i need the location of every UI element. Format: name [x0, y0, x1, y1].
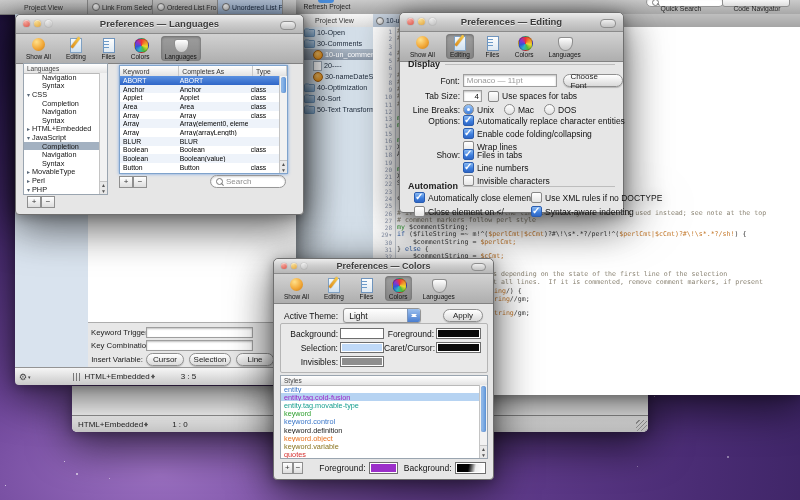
- minimize-button[interactable]: [418, 18, 425, 25]
- keyword-table-row[interactable]: ArrayArray(element0, eleme…: [120, 119, 280, 128]
- project-tree-item[interactable]: ▸40-Optimization: [296, 82, 373, 93]
- keyword-table-row[interactable]: AreaAreaclass: [120, 102, 280, 111]
- style-list-item[interactable]: keyword: [281, 410, 480, 418]
- checkbox[interactable]: [531, 206, 542, 217]
- toolbar-item-languages[interactable]: Languages: [545, 34, 585, 59]
- style-list-item[interactable]: keyword.definition: [281, 426, 480, 434]
- add-style-button[interactable]: +: [282, 462, 293, 474]
- remove-style-button[interactable]: −: [293, 462, 304, 474]
- remove-keyword-button[interactable]: −: [133, 176, 147, 188]
- tab-size-field[interactable]: 4: [463, 90, 482, 102]
- titlebar[interactable]: Preferences — Languages: [16, 15, 303, 34]
- background-swatch[interactable]: [340, 328, 384, 339]
- cursor-button[interactable]: Cursor: [146, 353, 184, 366]
- keyword-table-row[interactable]: BLURBLUR: [120, 137, 280, 146]
- scroll-arrows[interactable]: ▲▼: [280, 160, 287, 173]
- language-list-item[interactable]: Syntax: [24, 159, 100, 168]
- radio-button[interactable]: [504, 104, 515, 115]
- refresh-project-label[interactable]: Refresh Project: [298, 3, 356, 10]
- checkbox[interactable]: [463, 149, 474, 160]
- open-disclosure-icon[interactable]: ▾: [25, 186, 32, 193]
- language-popup[interactable]: HTML+Embedded: [78, 420, 143, 429]
- selection-button[interactable]: Selection: [189, 353, 231, 366]
- style-foreground-swatch[interactable]: [369, 462, 398, 474]
- close-button[interactable]: [281, 263, 287, 269]
- keyword-table-row[interactable]: ABORTABORT: [120, 76, 280, 85]
- keyword-table-row[interactable]: ArrayArrayclass: [120, 111, 280, 120]
- resize-grip[interactable]: [636, 420, 647, 431]
- toolbar-item-colors[interactable]: Colors: [385, 276, 412, 301]
- minimize-button[interactable]: [291, 263, 297, 269]
- toolbar-item-show-all[interactable]: Show All: [280, 276, 313, 301]
- style-list-item[interactable]: entity.tag.cold-fusion: [281, 393, 480, 401]
- tab-close-icon[interactable]: [222, 3, 230, 11]
- document-tab[interactable]: Unordered List F...: [218, 0, 283, 14]
- toolbar-item-files[interactable]: Files: [97, 36, 120, 61]
- styles-scrollbar[interactable]: ▲▼: [479, 385, 487, 458]
- line-button[interactable]: Line: [236, 353, 274, 366]
- checkbox-row[interactable]: Files in tabs: [463, 149, 550, 160]
- radio-button[interactable]: [544, 104, 555, 115]
- use-spaces-checkbox[interactable]: [488, 91, 499, 102]
- scroll-arrows[interactable]: ▲▼: [100, 181, 107, 194]
- style-background-swatch[interactable]: [455, 462, 486, 474]
- toolbar-item-colors[interactable]: Colors: [127, 36, 154, 61]
- theme-popup[interactable]: Light: [343, 308, 421, 323]
- document-tab[interactable]: Link From Selection: [88, 0, 153, 14]
- checkbox-row[interactable]: Enable code folding/collapsing: [463, 128, 625, 139]
- closed-disclosure-icon[interactable]: ▸: [25, 168, 32, 175]
- project-tree-item[interactable]: 20----: [296, 60, 373, 71]
- keyword-table-row[interactable]: AppletAppletclass: [120, 93, 280, 102]
- document-tab[interactable]: Ordered List Fro...: [153, 0, 218, 14]
- language-list-item[interactable]: ▸MovableType: [24, 168, 100, 177]
- toolbar-item-colors[interactable]: Colors: [511, 34, 538, 59]
- tab-close-icon[interactable]: [376, 17, 384, 25]
- column-header[interactable]: Completes As: [179, 66, 253, 76]
- column-header[interactable]: Type: [253, 66, 287, 76]
- radio-row[interactable]: DOS: [544, 104, 576, 115]
- spaces-checkbox-wrap[interactable]: Use spaces for tabs: [488, 91, 577, 102]
- remove-language-button[interactable]: −: [41, 196, 55, 208]
- language-list-item[interactable]: Navigation: [24, 107, 100, 116]
- closed-disclosure-icon[interactable]: ▸: [25, 177, 32, 184]
- language-list-item[interactable]: ▾CSS: [24, 90, 100, 99]
- language-popup[interactable]: HTML+Embedded: [85, 372, 150, 381]
- language-list-item[interactable]: Navigation: [24, 73, 100, 82]
- invisibles-swatch[interactable]: [340, 356, 384, 367]
- column-header[interactable]: Keyword: [120, 66, 179, 76]
- toolbar-item-files[interactable]: Files: [481, 34, 504, 59]
- project-tree-item[interactable]: ▸40-Sort: [296, 93, 373, 104]
- style-list-item[interactable]: entity.tag.movable-type: [281, 401, 480, 409]
- checkbox-row[interactable]: Close element on </: [414, 206, 531, 217]
- keyword-table-row[interactable]: AnchorAnchorclass: [120, 85, 280, 94]
- zoom-button[interactable]: [429, 18, 436, 25]
- titlebar[interactable]: Preferences — Editing: [400, 13, 623, 32]
- style-list-item[interactable]: keyword.object: [281, 434, 480, 442]
- toolbar-pill-button[interactable]: [280, 21, 296, 30]
- toolbar-item-show-all[interactable]: Show All: [406, 34, 439, 59]
- zoom-button[interactable]: [45, 20, 52, 27]
- toolbar-pill-button[interactable]: [600, 19, 616, 28]
- language-list-item[interactable]: Completion: [24, 99, 100, 108]
- project-tree-item[interactable]: ▾30-Comments: [296, 38, 373, 49]
- checkbox-row[interactable]: Automatically replace character entities: [463, 115, 625, 126]
- style-list-item[interactable]: keyword.variable: [281, 442, 480, 450]
- project-tree-item[interactable]: ▸10-Open: [296, 27, 373, 38]
- checkbox-row[interactable]: Use XML rules if no DOCTYPE: [531, 192, 662, 203]
- project-tree-item[interactable]: 30-nameDateStr: [296, 71, 373, 82]
- checkbox[interactable]: [531, 192, 542, 203]
- split-view-icon[interactable]: [73, 373, 80, 381]
- checkbox-row[interactable]: Syntax-aware indenting: [531, 206, 662, 217]
- language-list-item[interactable]: ▸HTML+Embedded: [24, 125, 100, 134]
- foreground-swatch[interactable]: [436, 328, 481, 339]
- style-list-item[interactable]: keyword.control: [281, 418, 480, 426]
- scroll-thumb[interactable]: [481, 386, 486, 432]
- checkbox[interactable]: [463, 128, 474, 139]
- gear-menu-icon[interactable]: ⚙▾: [19, 372, 31, 382]
- closed-disclosure-icon[interactable]: ▸: [25, 125, 32, 132]
- toolbar-item-show-all[interactable]: Show All: [22, 36, 55, 61]
- language-list-item[interactable]: ▾JavaScript: [24, 133, 100, 142]
- choose-font-button[interactable]: Choose Font: [563, 74, 623, 87]
- toolbar-item-editing[interactable]: Editing: [446, 34, 474, 59]
- radio-row[interactable]: Mac: [504, 104, 534, 115]
